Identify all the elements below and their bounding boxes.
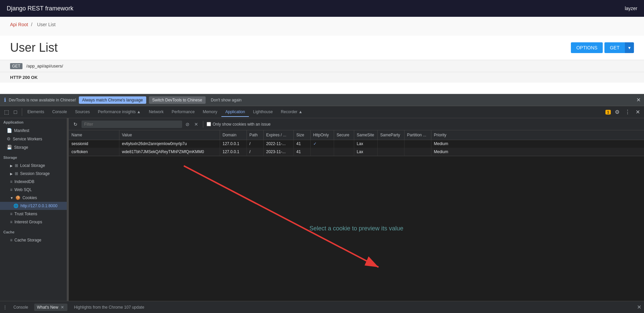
only-show-issues-checkbox[interactable] — [207, 122, 211, 126]
col-header-priority[interactable]: Priority — [431, 130, 644, 140]
always-match-button[interactable]: Always match Chrome's language — [79, 96, 146, 104]
cookie-table: Name Value Domain Path Expires / ... Siz… — [69, 130, 644, 156]
sidebar-item-cookies-domain[interactable]: 🌐 http://127.0.0.1:8000 — [0, 202, 67, 210]
sidebar-session-storage-label: Session Storage — [20, 171, 50, 176]
tab-console[interactable]: Console — [48, 107, 71, 117]
page-actions: OPTIONS GET ▾ — [571, 42, 634, 53]
whats-new-tab[interactable]: What's New ✕ — [34, 304, 67, 311]
sidebar-section-cache[interactable]: Cache — [0, 228, 67, 236]
breadcrumb-root[interactable]: Api Root — [10, 22, 28, 27]
col-header-size[interactable]: Size — [293, 130, 310, 140]
table-cell-11: Medium — [431, 140, 644, 148]
sidebar-item-trust-tokens[interactable]: ≡ Trust Tokens — [0, 210, 67, 218]
breadcrumb-sep: / — [31, 22, 33, 27]
filter-x-button[interactable]: ✕ — [193, 121, 200, 128]
options-button[interactable]: OPTIONS — [571, 42, 603, 53]
website-header: Django REST framework layzer — [0, 0, 644, 17]
notification-text: DevTools is now available in Chinese! — [9, 98, 76, 102]
tab-recorder[interactable]: Recorder ▲ — [277, 107, 307, 117]
col-header-name[interactable]: Name — [69, 130, 119, 140]
col-header-sameparty[interactable]: SameParty — [377, 130, 404, 140]
inspect-icon-button[interactable]: ⬚ — [3, 108, 10, 116]
tab-right-icons: 1 ⚙ ⋮ ✕ — [605, 108, 641, 116]
indexeddb-icon: ≡ — [10, 179, 12, 184]
more-icon-button[interactable]: ⋮ — [624, 108, 632, 116]
tab-performance-insights[interactable]: Performance insights ▲ — [94, 107, 145, 117]
devtools-sidebar: Application 📄 Manifest ⚙ Service Workers… — [0, 118, 67, 301]
notification-close-button[interactable]: ✕ — [636, 97, 641, 103]
table-cell-8: Lax — [354, 140, 377, 148]
col-header-domain[interactable]: Domain — [220, 130, 247, 140]
sidebar-item-interest-groups[interactable]: ≡ Interest Groups — [0, 218, 67, 226]
storage-icon: 💾 — [7, 145, 12, 150]
filter-clear-button[interactable]: ⊘ — [184, 121, 191, 128]
settings-icon-button[interactable]: ⚙ — [613, 108, 621, 116]
tab-lighthouse[interactable]: Lighthouse — [249, 107, 277, 117]
preview-area: Select a cookie to preview its value — [69, 156, 644, 301]
sidebar-item-local-storage[interactable]: ▶ ⊞ Local Storage — [0, 162, 67, 170]
tab-elements[interactable]: Elements — [23, 107, 48, 117]
tab-memory[interactable]: Memory — [199, 107, 221, 117]
sidebar-item-cookies[interactable]: ▼ 🍪 Cookies — [0, 194, 67, 202]
table-cell-5: 41 — [293, 140, 310, 148]
table-cell-3: / — [247, 148, 263, 156]
trust-tokens-icon: ≡ — [10, 212, 12, 216]
devtools-notification-bar: ℹ DevTools is now available in Chinese! … — [0, 94, 644, 106]
get-button[interactable]: GET — [604, 42, 625, 53]
sidebar-item-service-workers[interactable]: ⚙ Service Workers — [0, 135, 67, 143]
tab-performance[interactable]: Performance — [168, 107, 199, 117]
col-header-httponly[interactable]: HttpOnly — [310, 130, 334, 140]
only-show-issues-label[interactable]: Only show cookies with an issue — [207, 122, 271, 127]
tab-icon-group: ⬚ □ — [3, 108, 22, 116]
get-dropdown-button[interactable]: ▾ — [625, 42, 634, 53]
cookie-toolbar: ↻ ⊘ ✕ Only show cookies with an issue — [69, 118, 644, 130]
sidebar-item-storage[interactable]: 💾 Storage — [0, 143, 67, 151]
switch-devtools-button[interactable]: Switch DevTools to Chinese — [149, 96, 206, 104]
sidebar-section-storage[interactable]: Storage — [0, 153, 67, 162]
sidebar-service-workers-label: Service Workers — [13, 137, 42, 141]
device-icon-button[interactable]: □ — [12, 108, 18, 116]
sidebar-item-websql[interactable]: ≡ Web SQL — [0, 186, 67, 194]
refresh-cookies-button[interactable]: ↻ — [71, 120, 79, 128]
col-header-partition[interactable]: Partition ... — [404, 130, 431, 140]
cache-storage-icon: ≡ — [10, 238, 12, 242]
col-header-secure[interactable]: Secure — [334, 130, 354, 140]
preview-placeholder-text: Select a cookie to preview its value — [309, 225, 403, 232]
sidebar-cookies-label: Cookies — [22, 195, 37, 200]
website-area: Django REST framework layzer Api Root / … — [0, 0, 644, 94]
table-cell-4: 2022-11-... — [263, 140, 293, 148]
dont-show-button[interactable]: Don't show again — [208, 96, 245, 104]
toolbar-divider — [203, 121, 203, 128]
table-cell-1: evtiylsxln26dm2anrqemlow0myrlp7u — [119, 140, 220, 148]
col-header-path[interactable]: Path — [247, 130, 263, 140]
table-cell-9 — [377, 140, 404, 148]
whats-new-close-button[interactable]: ✕ — [60, 305, 65, 310]
tab-sources[interactable]: Sources — [71, 107, 94, 117]
sidebar-cookies-domain-label: http://127.0.0.1:8000 — [20, 204, 57, 208]
table-row[interactable]: sessionidevtiylsxln26dm2anrqemlow0myrlp7… — [69, 140, 644, 148]
sidebar-item-indexeddb[interactable]: ≡ IndexedDB — [0, 178, 67, 186]
cookie-filter-input[interactable] — [82, 121, 182, 128]
application-label: Application — [3, 120, 23, 124]
cookie-table-header-row: Name Value Domain Path Expires / ... Siz… — [69, 130, 644, 140]
sidebar-item-cache-storage[interactable]: ≡ Cache Storage — [0, 236, 67, 244]
breadcrumb-current: User List — [37, 22, 55, 27]
sidebar-item-manifest[interactable]: 📄 Manifest — [0, 126, 67, 135]
col-header-expires[interactable]: Expires / ... — [263, 130, 293, 140]
sidebar-indexeddb-label: IndexedDB — [14, 179, 34, 184]
console-tab[interactable]: Console — [11, 304, 31, 311]
session-storage-expand-arrow: ▶ — [10, 172, 13, 176]
table-row[interactable]: csrftokenwde81Tbh7JMSekQAReyTMhPZMfQmKMM… — [69, 148, 644, 156]
console-dots-icon[interactable]: ⋮ — [3, 305, 7, 310]
col-header-value[interactable]: Value — [119, 130, 220, 140]
tab-network[interactable]: Network — [145, 107, 168, 117]
console-close-button[interactable]: ✕ — [637, 304, 641, 310]
tab-application[interactable]: Application — [221, 107, 249, 117]
col-header-samesite[interactable]: SameSite — [354, 130, 377, 140]
devtools-close-button[interactable]: ✕ — [634, 108, 641, 116]
website-breadcrumb-area: Api Root / User List — [0, 17, 644, 36]
devtools-tabs-bar: ⬚ □ Elements Console Sources Performance… — [0, 106, 644, 118]
table-cell-8: Lax — [354, 148, 377, 156]
sidebar-item-session-storage[interactable]: ▶ ⊞ Session Storage — [0, 170, 67, 178]
sidebar-section-application[interactable]: Application — [0, 118, 67, 126]
